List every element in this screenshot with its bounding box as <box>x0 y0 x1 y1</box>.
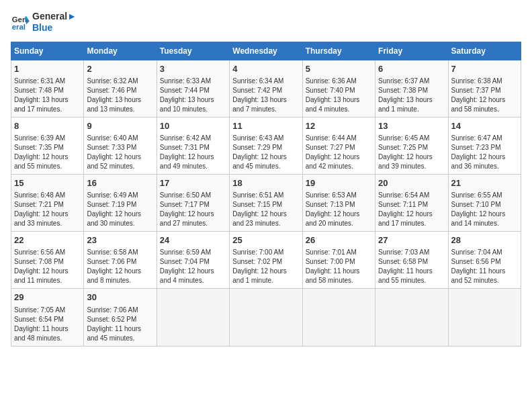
day-number: 5 <box>306 63 372 75</box>
day-number: 22 <box>14 234 81 246</box>
day-number: 28 <box>451 234 518 246</box>
cell-line: Daylight: 12 hours <box>378 210 445 219</box>
cell-line: Sunrise: 6:43 AM <box>232 134 299 143</box>
calendar-cell: 14Sunrise: 6:47 AMSunset: 7:23 PMDayligh… <box>448 117 521 174</box>
day-number: 12 <box>306 120 372 132</box>
calendar-cell: 25Sunrise: 7:00 AMSunset: 7:02 PMDayligh… <box>230 232 302 289</box>
cell-line: Sunrise: 6:47 AM <box>451 134 518 143</box>
cell-line: Sunrise: 7:03 AM <box>378 248 445 257</box>
day-number: 1 <box>14 63 81 75</box>
col-header-thursday: Thursday <box>302 42 375 60</box>
cell-line: Sunrise: 6:49 AM <box>87 191 153 200</box>
calendar-cell: 3Sunrise: 6:33 AMSunset: 7:44 PMDaylight… <box>157 60 229 117</box>
calendar-cell: 12Sunrise: 6:44 AMSunset: 7:27 PMDayligh… <box>302 117 375 174</box>
cell-line: Sunset: 6:58 PM <box>378 257 445 267</box>
cell-line: and 1 minute. <box>232 276 299 285</box>
day-number: 21 <box>451 177 518 189</box>
cell-line: Sunrise: 6:51 AM <box>232 191 299 200</box>
cell-line: Sunset: 7:25 PM <box>378 143 445 152</box>
cell-line: Daylight: 12 hours <box>232 210 299 219</box>
cell-line: Sunrise: 6:36 AM <box>306 77 372 86</box>
cell-line: and 49 minutes. <box>160 162 226 171</box>
cell-line: Sunset: 6:56 PM <box>451 257 518 267</box>
calendar-cell: 2Sunrise: 6:32 AMSunset: 7:46 PMDaylight… <box>84 60 157 117</box>
cell-line: and 52 minutes. <box>87 162 153 171</box>
week-row-4: 22Sunrise: 6:56 AMSunset: 7:08 PMDayligh… <box>11 232 521 289</box>
cell-line: Sunset: 7:19 PM <box>87 200 153 210</box>
cell-line: Sunset: 7:29 PM <box>232 143 299 152</box>
cell-line: Sunset: 6:54 PM <box>14 315 81 324</box>
cell-line: Sunset: 7:08 PM <box>14 257 81 267</box>
cell-line: and 36 minutes. <box>451 162 518 171</box>
cell-line: Daylight: 12 hours <box>232 152 299 162</box>
calendar-cell: 29Sunrise: 7:05 AMSunset: 6:54 PMDayligh… <box>11 289 84 346</box>
cell-line: Sunrise: 6:50 AM <box>160 191 226 200</box>
cell-line: Sunrise: 6:48 AM <box>14 191 81 200</box>
cell-line: Sunset: 7:48 PM <box>14 86 81 95</box>
cell-line: Sunrise: 6:55 AM <box>451 191 518 200</box>
cell-line: Sunset: 7:10 PM <box>451 200 518 210</box>
cell-line: Sunrise: 7:05 AM <box>14 306 81 315</box>
day-number: 30 <box>87 291 153 304</box>
cell-line: Sunset: 7:13 PM <box>306 200 372 210</box>
calendar-cell: 4Sunrise: 6:34 AMSunset: 7:42 PMDaylight… <box>230 60 302 117</box>
day-number: 6 <box>378 63 445 75</box>
calendar-cell: 23Sunrise: 6:58 AMSunset: 7:06 PMDayligh… <box>84 232 157 289</box>
cell-line: Daylight: 13 hours <box>378 95 445 105</box>
day-number: 8 <box>14 120 81 132</box>
day-number: 26 <box>306 234 372 246</box>
cell-line: Sunrise: 6:58 AM <box>87 248 153 257</box>
cell-line: Sunset: 7:04 PM <box>160 257 226 267</box>
calendar-cell <box>157 289 229 346</box>
cell-line: Daylight: 13 hours <box>87 95 153 105</box>
cell-line: Daylight: 12 hours <box>14 152 81 162</box>
cell-line: Sunrise: 6:38 AM <box>451 77 518 86</box>
cell-line: Daylight: 11 hours <box>14 324 81 334</box>
cell-line: Daylight: 12 hours <box>87 210 153 219</box>
calendar-cell: 5Sunrise: 6:36 AMSunset: 7:40 PMDaylight… <box>302 60 375 117</box>
logo-text: General► Blue <box>32 11 77 34</box>
cell-line: Daylight: 12 hours <box>451 210 518 219</box>
cell-line: Sunrise: 6:37 AM <box>378 77 445 86</box>
cell-line: Daylight: 12 hours <box>378 152 445 162</box>
cell-line: and 17 minutes. <box>14 105 81 114</box>
week-row-1: 1Sunrise: 6:31 AMSunset: 7:48 PMDaylight… <box>11 60 521 117</box>
week-row-2: 8Sunrise: 6:39 AMSunset: 7:35 PMDaylight… <box>11 117 521 174</box>
cell-line: Daylight: 11 hours <box>87 324 153 334</box>
cell-line: Sunset: 7:06 PM <box>87 257 153 267</box>
day-number: 13 <box>378 120 445 132</box>
col-header-sunday: Sunday <box>11 42 84 60</box>
cell-line: Daylight: 13 hours <box>160 95 226 105</box>
cell-line: Sunrise: 6:34 AM <box>232 77 299 86</box>
cell-line: Sunset: 7:27 PM <box>306 143 372 152</box>
cell-line: and 4 minutes. <box>160 276 226 285</box>
cell-line: Sunrise: 7:01 AM <box>306 248 372 257</box>
cell-line: Daylight: 12 hours <box>160 152 226 162</box>
calendar-cell: 17Sunrise: 6:50 AMSunset: 7:17 PMDayligh… <box>157 174 229 231</box>
cell-line: Sunrise: 6:56 AM <box>14 248 81 257</box>
cell-line: Daylight: 11 hours <box>378 267 445 276</box>
cell-line: and 39 minutes. <box>378 162 445 171</box>
cell-line: Sunrise: 6:44 AM <box>306 134 372 143</box>
cell-line: and 7 minutes. <box>232 105 299 114</box>
cell-line: Sunset: 7:23 PM <box>451 143 518 152</box>
cell-line: Daylight: 12 hours <box>451 95 518 105</box>
cell-line: Sunrise: 6:42 AM <box>160 134 226 143</box>
day-number: 18 <box>232 177 299 189</box>
cell-line: Sunset: 7:37 PM <box>451 86 518 95</box>
day-number: 14 <box>451 120 518 132</box>
calendar-cell: 13Sunrise: 6:45 AMSunset: 7:25 PMDayligh… <box>375 117 448 174</box>
cell-line: and 4 minutes. <box>306 105 372 114</box>
cell-line: Daylight: 13 hours <box>306 95 372 105</box>
header: Gen eral General► Blue <box>11 11 521 34</box>
cell-line: Sunset: 7:46 PM <box>87 86 153 95</box>
cell-line: Sunrise: 6:31 AM <box>14 77 81 86</box>
cell-line: Sunrise: 6:33 AM <box>160 77 226 86</box>
day-number: 10 <box>160 120 226 132</box>
cell-line: Sunset: 7:42 PM <box>232 86 299 95</box>
calendar-cell: 20Sunrise: 6:54 AMSunset: 7:11 PMDayligh… <box>375 174 448 231</box>
calendar-cell: 10Sunrise: 6:42 AMSunset: 7:31 PMDayligh… <box>157 117 229 174</box>
cell-line: and 48 minutes. <box>14 334 81 343</box>
calendar-cell: 30Sunrise: 7:06 AMSunset: 6:52 PMDayligh… <box>84 289 157 346</box>
cell-line: Daylight: 12 hours <box>160 210 226 219</box>
